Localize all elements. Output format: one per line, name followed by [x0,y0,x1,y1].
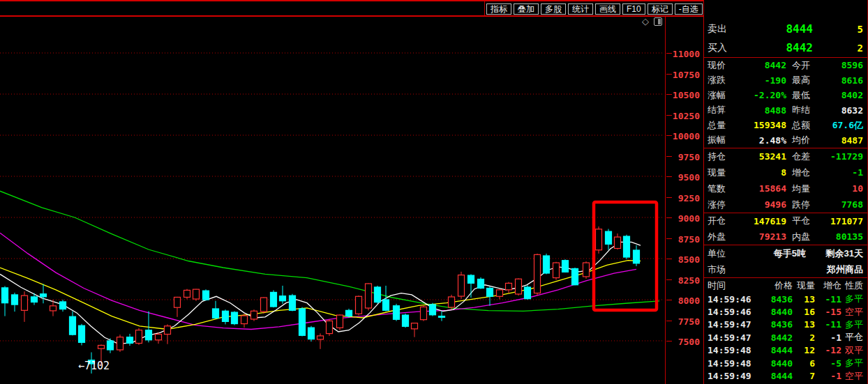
tick-volume: 6 [793,358,815,369]
candle-body [70,316,76,335]
toolbar-button-多股[interactable]: 多股 [541,3,566,15]
tick-oi-change: -5 [815,358,841,369]
candle-body [40,294,47,297]
tick-row: 14:59:46843613-11多平 [704,293,867,305]
quote-value: 7768 [823,199,863,210]
sell-row-qty: 5 [813,24,863,35]
candle-body [634,250,640,263]
candlestick-chart[interactable]: ←7102 ◇ [0,17,665,384]
tick-row: 14:59:46844016-15空平 [704,305,867,318]
candle-body [553,263,560,278]
tick-price: 8440 [756,358,793,369]
toolbar-button-F10[interactable]: F10 [622,3,645,15]
quote-value: 9496 [740,199,786,210]
sell-row[interactable]: 卖出84445 [704,20,867,38]
quote-value: -1 [823,167,863,178]
candle-body [572,268,578,284]
toolbar-buttons: 指标叠加多股统计画线F10标记-自选返回 [486,3,730,15]
candle-body [439,316,445,318]
candle-body [596,229,602,250]
toolbar-button--自选[interactable]: -自选 [675,3,703,15]
quote-label: 平仓 [786,215,823,227]
axis-tick [666,238,672,239]
buy-row[interactable]: 买入84422 [704,38,867,57]
sell-row-price: 8444 [748,22,813,36]
tick-oi-change: -12 [815,345,841,355]
tick-col-header: 现量 [793,279,815,292]
toolbar-button-标记[interactable]: 标记 [648,3,673,15]
price-axis: 1100010750105001025010000975095009250900… [665,17,703,384]
candle-body [299,309,306,335]
quote-value: 8632 [823,105,863,116]
quote-value: 8488 [740,105,786,116]
tick-col-header: 价格 [756,279,793,292]
tick-nature: 多平 [841,357,863,369]
quote-row: 结算8488昨结8632 [704,103,867,118]
candle-body [366,284,372,308]
toolbar-button-画线[interactable]: 画线 [595,3,620,15]
quote-label: 最高 [786,74,823,86]
candle-body [615,237,621,248]
quote-label: 外盘 [708,231,740,243]
quote-row: 开仓147619平仓171077 [704,213,867,229]
tick-row: 14:59:4984447-1空平 [704,369,867,382]
axis-label: 10500 [673,91,700,100]
quote-value: -2.20% [740,90,786,100]
quote-label: 总额 [786,119,823,132]
tick-time: 14:59:46 [708,294,756,305]
axis-tick [666,279,672,280]
info-label: 市场 [708,263,744,276]
tick-row: 14:59:4784422-1平仓 [704,331,867,344]
candle-body [394,306,400,320]
tick-time: 14:59:48 [708,345,756,355]
candle-body [241,316,248,324]
quote-value: 79213 [740,231,786,242]
candle-body [497,290,503,296]
quote-label: 结算 [708,104,740,116]
candle-body [12,295,18,305]
axis-tick [666,53,672,54]
tick-nature: 双平 [841,344,863,357]
axis-label: 7750 [678,317,700,327]
candle-body [317,336,324,339]
chart-canvas[interactable]: ←7102 [0,17,665,384]
quote-section-openclose: 开仓147619平仓171077外盘79213内盘80135 [704,213,867,245]
toolbar-button-叠加[interactable]: 叠加 [514,3,539,15]
quote-label: 现量 [708,167,740,179]
candle-body [127,337,133,344]
candle-body [213,309,219,318]
quote-value: -190 [740,75,786,86]
quote-label: 持仓 [708,151,740,163]
candle-body [2,288,8,303]
window-restore-icon[interactable] [654,17,662,26]
candle-body [280,296,286,301]
quote-row: 持仓53241仓差-11729 [704,148,867,164]
quote-panel: 卖出84445买入84422 现价8442今开8596涨跌-190最高8616涨… [703,0,868,384]
diamond-icon[interactable]: ◇ [642,17,649,26]
tick-table: 14:59:46843613-11多平14:59:46844016-15空平14… [704,293,867,383]
toolbar-button-统计[interactable]: 统计 [568,3,593,15]
quote-value: 15864 [740,183,786,194]
quote-label: 均价 [786,134,823,146]
candle-body [375,287,381,302]
quote-value: 10 [823,183,863,194]
candle-body [136,330,142,344]
candle-body [60,302,66,309]
tick-row: 14:59:4884406-5多平 [704,357,867,369]
quote-label: 开仓 [708,215,740,227]
toolbar-button-指标[interactable]: 指标 [486,3,511,15]
tick-nature: 多平 [841,318,863,331]
sell-row-label: 卖出 [708,23,748,36]
candle-body [583,263,590,277]
tick-oi-change: -15 [815,307,841,317]
quote-label: 现价 [708,59,740,72]
contract-info-row: 单位每手5吨剩余31天 [704,245,867,261]
tick-price: 8444 [756,371,793,381]
candle-body [50,306,57,311]
axis-tick [666,74,672,75]
candle-body [403,315,409,326]
quote-row: 涨幅-2.20%最低8402 [704,88,867,103]
candle-body [421,307,427,319]
quote-label: 均量 [786,183,823,195]
quote-value: -11729 [823,151,863,162]
